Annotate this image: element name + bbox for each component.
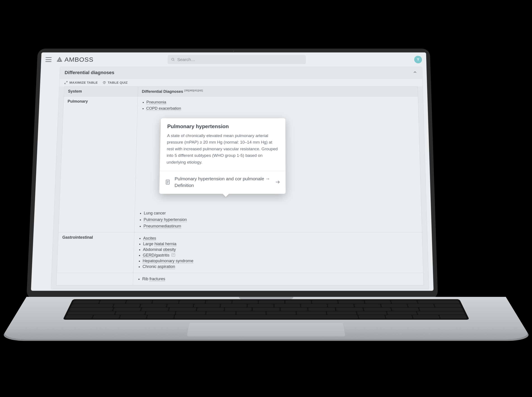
col-dd-label: Differential Diagnoses (142, 89, 183, 93)
camera-icon (233, 50, 235, 52)
term-link[interactable]: obesity (163, 247, 176, 252)
dd-list: AscitesLarge hiatal herniaAbdominal obes… (137, 236, 419, 269)
avatar-initial: Y (417, 58, 419, 62)
popover-deeplink[interactable]: Pulmonary hypertension and cor pulmonale… (159, 171, 285, 194)
svg-line-2 (66, 81, 67, 82)
app-viewport: AMBOSS Search… Y Differential diagnoses (31, 52, 433, 291)
dd-cell: Rib fractures (133, 273, 424, 285)
svg-line-1 (173, 60, 174, 61)
system-cell (56, 273, 133, 285)
table-row: GastrointestinalAscitesLarge hiatal hern… (57, 232, 423, 273)
maximize-label: MAXIMIZE TABLE (69, 81, 98, 84)
trackpad (186, 323, 346, 336)
term-link[interactable]: Hepatopulmonary syndrome (142, 259, 193, 263)
col-system-header: System (64, 87, 138, 97)
term-link[interactable]: GERD (143, 253, 155, 258)
search-input[interactable]: Search… (167, 55, 306, 64)
svg-point-0 (172, 58, 174, 60)
list-item: Pulmonary hypertension (143, 217, 418, 222)
col-dd-refs: [39][40][41][42] (184, 89, 203, 92)
panel-title: Differential diagnoses (64, 70, 114, 75)
arrow-right-icon (275, 180, 280, 185)
table-quiz-button[interactable]: TABLE QUIZ (102, 81, 128, 84)
menu-button[interactable] (45, 57, 52, 62)
note-icon[interactable] (171, 254, 175, 257)
definition-popover: Pulmonary hypertension A state of chroni… (159, 118, 285, 194)
list-item: COPD exacerbation (146, 106, 414, 111)
popover-link-label: Pulmonary hypertension and cor pulmonale… (174, 175, 271, 189)
laptop-base (0, 297, 532, 339)
laptop-screen-frame: AMBOSS Search… Y Differential diagnoses (26, 49, 438, 299)
quiz-label: TABLE QUIZ (108, 81, 128, 84)
popover-title: Pulmonary hypertension (161, 118, 285, 132)
system-cell: Gastrointestinal (57, 232, 134, 273)
dd-cell: AscitesLarge hiatal herniaAbdominal obes… (133, 232, 423, 273)
panel-header[interactable]: Differential diagnoses (59, 67, 422, 78)
term-link[interactable]: Ascites (143, 236, 156, 241)
table-row: Rib fractures (56, 273, 423, 285)
list-item: Large hiatal hernia (143, 242, 418, 246)
laptop-mockup: AMBOSS Search… Y Differential diagnoses (26, 41, 506, 356)
term-link[interactable]: aspiration (157, 264, 175, 269)
term-link[interactable]: Pulmonary hypertension (143, 217, 187, 222)
list-item: Ascites (143, 236, 418, 241)
document-icon (165, 179, 170, 185)
list-item: Lung cancer (143, 211, 417, 216)
brand-logo[interactable]: AMBOSS (56, 56, 94, 63)
maximize-icon (64, 81, 68, 84)
col-dd-header: Differential Diagnoses [39][40][41][42] (138, 87, 418, 97)
topbar: AMBOSS Search… Y (41, 52, 427, 67)
brand-logo-icon (56, 57, 62, 62)
brand-name: AMBOSS (64, 56, 93, 63)
dd-list: Rib fractures (137, 277, 419, 281)
list-item: Pneumomediastinum (143, 224, 418, 229)
list-item: Hepatopulmonary syndrome (142, 259, 419, 263)
list-item: GERD/gastritis (143, 253, 419, 258)
table-toolbar: MAXIMIZE TABLE TABLE QUIZ (59, 78, 423, 86)
svg-point-4 (104, 83, 104, 83)
list-item: Pneumonia (146, 100, 414, 105)
search-placeholder: Search… (177, 57, 195, 62)
chevron-up-icon (412, 70, 417, 75)
keyboard (63, 299, 469, 320)
term-link[interactable]: Pneumomediastinum (143, 224, 181, 229)
popover-body: A state of chronically elevated mean pul… (160, 132, 285, 171)
avatar[interactable]: Y (414, 56, 422, 63)
list-item: Abdominal obesity (143, 247, 418, 252)
list-item: Rib fractures (142, 277, 419, 281)
term-link[interactable]: COPD exacerbation (146, 106, 181, 111)
term-link[interactable]: fractures (149, 277, 165, 281)
list-item: Chronic aspiration (142, 264, 419, 269)
term-link[interactable]: Pneumonia (146, 100, 166, 105)
system-cell: Pulmonary (58, 97, 138, 232)
quiz-icon (102, 81, 106, 84)
maximize-table-button[interactable]: MAXIMIZE TABLE (64, 81, 98, 84)
term-link[interactable]: hiatal hernia (155, 242, 176, 246)
search-icon (171, 58, 175, 62)
